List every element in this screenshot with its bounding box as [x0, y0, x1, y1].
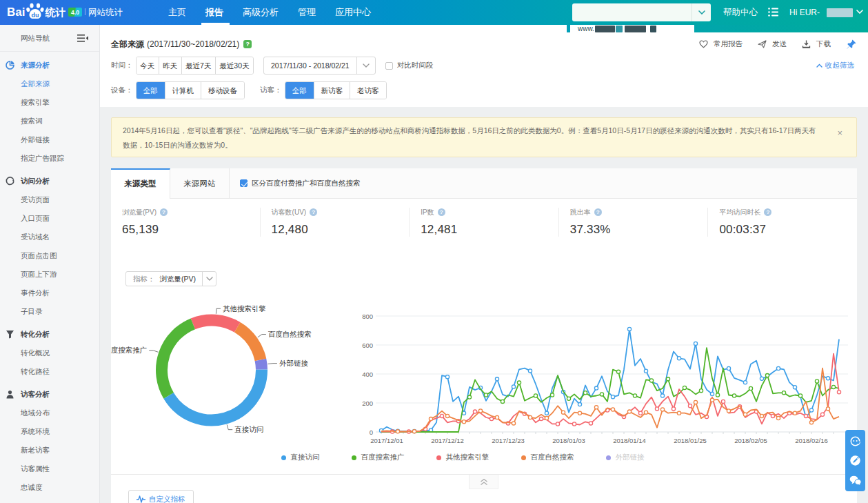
data-point-marker [743, 381, 747, 384]
legend-item-直接访问[interactable]: 直接访问 [281, 453, 320, 462]
sidebar-section-title-0[interactable]: 来源分析 [0, 55, 99, 75]
report-list-icon[interactable] [768, 8, 778, 17]
compare-checkbox-box[interactable] [385, 62, 393, 70]
sidebar-item[interactable]: 页面上下游 [0, 265, 99, 284]
sidebar-item[interactable]: 转化路径 [0, 362, 99, 381]
metric-help-icon[interactable]: ? [160, 208, 168, 216]
sidebar-item[interactable]: 子目录 [0, 302, 99, 321]
nav-item-management[interactable]: 管理 [288, 0, 325, 25]
metric-help-icon[interactable]: ? [438, 208, 445, 216]
metric-label: IP数? [421, 208, 558, 217]
time-quick-2[interactable]: 最近7天 [181, 57, 215, 74]
sidebar-item[interactable]: 搜索引擎 [0, 93, 99, 112]
action-download[interactable]: 下载 [802, 39, 831, 49]
visitor-option-0[interactable]: 全部 [285, 82, 314, 99]
feedback-pen-icon[interactable] [849, 455, 862, 467]
sidebar-item[interactable]: 访客属性 [0, 460, 99, 478]
notice-close-icon[interactable]: × [837, 126, 842, 140]
sidebar-item[interactable]: 转化概况 [0, 344, 99, 362]
sidebar-section-title-3[interactable]: 访客分析 [0, 384, 99, 404]
donut-segment-直接访问[interactable] [169, 370, 262, 420]
data-point-marker [539, 417, 543, 421]
site-selector-chevron[interactable] [692, 3, 711, 21]
donut-segment-百度搜索推广[interactable] [162, 324, 193, 395]
legend-label: 百度自然搜索 [531, 453, 574, 462]
help-center-link[interactable]: 帮助中心 [723, 0, 758, 25]
visitor-option-1[interactable]: 新访客 [314, 82, 350, 99]
wechat-icon[interactable] [849, 474, 862, 486]
indicator-select[interactable]: 指标： 浏览量(PV) [125, 271, 216, 286]
date-range-value: 2017/11/30 - 2018/02/21 [264, 57, 356, 74]
action-send[interactable]: 发送 [758, 39, 787, 49]
sidebar-item[interactable]: 页面点击图 [0, 246, 99, 265]
nav-item-reports[interactable]: 报告 [196, 0, 233, 25]
sidebar-item[interactable]: 受访域名 [0, 228, 99, 246]
legend-item-其他搜索引擎[interactable]: 其他搜索引擎 [436, 453, 489, 462]
custom-metric-button[interactable]: 自定义指标 [128, 490, 194, 503]
compare-period-checkbox[interactable]: 对比时间段 [385, 61, 434, 70]
data-point-marker [694, 400, 697, 404]
nav-item-home[interactable]: 主页 [159, 0, 196, 25]
sidebar-section-title-1[interactable]: 访问分析 [0, 171, 99, 190]
distinguish-checkbox[interactable]: 区分百度付费推广和百度自然搜索 [240, 168, 361, 198]
metric-help-icon[interactable]: ? [594, 208, 602, 216]
customer-service-icon[interactable] [849, 435, 862, 447]
collapse-chart-tab[interactable] [469, 475, 498, 489]
device-option-0[interactable]: 全部 [137, 82, 165, 99]
visitor-option-2[interactable]: 老访客 [350, 82, 386, 99]
metric-value: 00:03:37 [719, 223, 857, 237]
data-point-marker [765, 374, 769, 377]
time-quick-3[interactable]: 最近30天 [215, 57, 253, 74]
donut-segment-其他搜索引擎[interactable] [193, 320, 237, 327]
indicator-chevron-icon [202, 272, 216, 286]
sidebar-collapse-icon[interactable] [77, 34, 88, 42]
user-greeting[interactable]: Hi EUR- [789, 0, 820, 25]
user-menu-chevron-icon[interactable] [856, 10, 863, 14]
action-heart[interactable]: 常用报告 [699, 39, 743, 49]
sidebar-item[interactable]: 事件分析 [0, 284, 99, 302]
donut-segment-百度自然搜索[interactable] [237, 327, 261, 359]
send-icon [758, 40, 769, 48]
sidebar-section-title-2[interactable]: 转化分析 [0, 324, 99, 344]
data-point-marker [677, 357, 680, 360]
nav-item-advanced-analysis[interactable]: 高级分析 [233, 0, 288, 25]
time-quick-0[interactable]: 今天 [137, 57, 159, 74]
action-label: 常用报告 [714, 39, 743, 49]
tab-source-type[interactable]: 来源类型 [111, 168, 170, 199]
sidebar-item[interactable]: 新老访客 [0, 441, 99, 460]
indicator-value: 浏览量(PV) [155, 272, 203, 286]
metric-help-icon[interactable]: ? [764, 208, 771, 216]
sidebar-item[interactable]: 指定广告跟踪 [0, 149, 99, 168]
sidebar-item[interactable]: 忠诚度 [0, 478, 99, 497]
tab-source-site[interactable]: 来源网站 [170, 168, 230, 198]
sidebar-item[interactable]: 入口页面 [0, 209, 99, 228]
donut-segment-外部链接[interactable] [261, 360, 262, 370]
nav-item-app-center[interactable]: 应用中心 [325, 0, 381, 25]
distinguish-checkbox-box[interactable] [240, 179, 248, 187]
logo-text: Bai [7, 6, 25, 19]
product-name: 网站统计 [88, 7, 123, 19]
site-dropdown-option[interactable]: www. [570, 25, 694, 33]
site-name-redacted [650, 26, 656, 32]
date-range-select[interactable]: 2017/11/30 - 2018/02/21 [263, 57, 376, 75]
sidebar-item[interactable]: 全部来源 [0, 75, 99, 93]
device-option-2[interactable]: 移动设备 [201, 82, 244, 99]
page-help-icon[interactable]: ? [243, 40, 252, 48]
sidebar-item[interactable]: 受访页面 [0, 190, 99, 209]
legend-item-百度自然搜索[interactable]: 百度自然搜索 [521, 453, 574, 462]
site-selector[interactable] [572, 3, 711, 21]
sidebar-item[interactable]: 外部链接 [0, 130, 99, 149]
time-quick-1[interactable]: 昨天 [159, 57, 181, 74]
sidebar-item[interactable]: 系统环境 [0, 422, 99, 441]
legend-item-外部链接[interactable]: 外部链接 [606, 453, 645, 462]
device-option-1[interactable]: 计算机 [165, 82, 201, 99]
top-navbar: Bai du 统计 4.0 | 网站统计 主页报告高级分析管理应用中心 [0, 0, 868, 25]
sidebar-item[interactable]: 搜索词 [0, 112, 99, 130]
pin-icon[interactable] [846, 39, 857, 50]
sidebar-item[interactable]: 地域分布 [0, 404, 99, 422]
collapse-filter-link[interactable]: 收起筛选 [816, 61, 854, 70]
legend-item-百度搜索推广[interactable]: 百度搜索推广 [352, 453, 405, 462]
baidu-tongji-logo[interactable]: Bai du 统计 [7, 3, 65, 22]
metric-help-icon[interactable]: ? [310, 208, 317, 216]
notice-text: 2014年5月16日起，您可以查看"蹊径"、"品牌起跑线"等二级广告来源产生的的… [123, 126, 816, 149]
